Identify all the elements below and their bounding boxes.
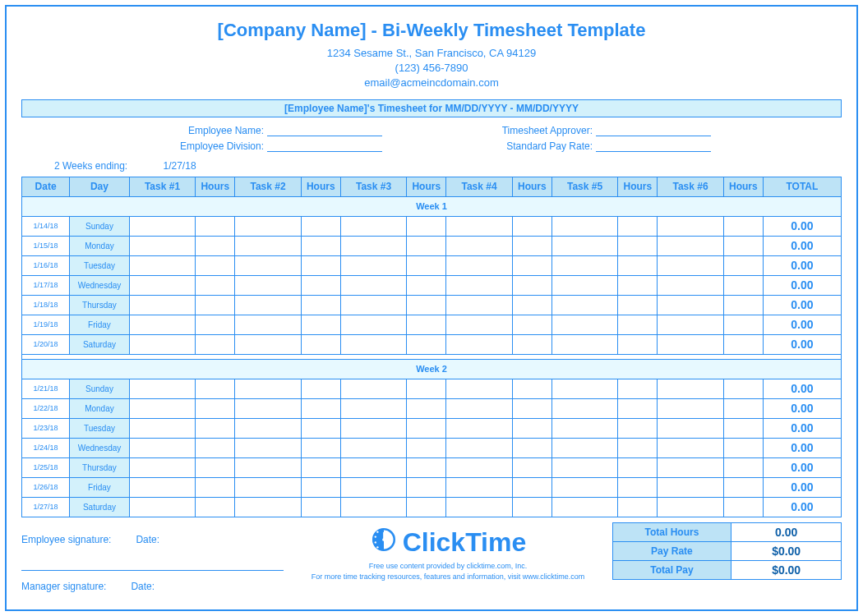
entry-cell[interactable] [551, 418, 617, 438]
entry-cell[interactable] [340, 497, 406, 517]
employee-signature-line[interactable] [21, 570, 284, 571]
entry-cell[interactable] [512, 418, 551, 438]
entry-cell[interactable] [512, 497, 551, 517]
entry-cell[interactable] [407, 334, 446, 354]
entry-cell[interactable] [235, 315, 301, 334]
entry-cell[interactable] [658, 497, 723, 517]
entry-cell[interactable] [196, 295, 235, 315]
entry-cell[interactable] [618, 255, 658, 275]
entry-cell[interactable] [235, 255, 301, 275]
entry-cell[interactable] [446, 457, 512, 477]
entry-cell[interactable] [658, 255, 723, 275]
entry-cell[interactable] [723, 398, 763, 418]
entry-cell[interactable] [512, 236, 551, 255]
entry-cell[interactable] [446, 477, 512, 497]
entry-cell[interactable] [196, 216, 235, 236]
entry-cell[interactable] [235, 334, 301, 354]
entry-cell[interactable] [723, 216, 763, 236]
entry-cell[interactable] [301, 457, 340, 477]
entry-cell[interactable] [301, 275, 340, 295]
entry-cell[interactable] [512, 398, 551, 418]
entry-cell[interactable] [512, 477, 551, 497]
entry-cell[interactable] [551, 216, 617, 236]
entry-cell[interactable] [196, 438, 235, 457]
entry-cell[interactable] [723, 315, 763, 334]
entry-cell[interactable] [340, 398, 406, 418]
entry-cell[interactable] [196, 457, 235, 477]
entry-cell[interactable] [551, 236, 617, 255]
entry-cell[interactable] [129, 418, 195, 438]
entry-cell[interactable] [340, 379, 406, 398]
entry-cell[interactable] [446, 379, 512, 398]
entry-cell[interactable] [196, 315, 235, 334]
entry-cell[interactable] [235, 497, 301, 517]
entry-cell[interactable] [446, 236, 512, 255]
entry-cell[interactable] [196, 418, 235, 438]
entry-cell[interactable] [235, 438, 301, 457]
entry-cell[interactable] [129, 477, 195, 497]
entry-cell[interactable] [235, 477, 301, 497]
entry-cell[interactable] [551, 457, 617, 477]
entry-cell[interactable] [551, 379, 617, 398]
entry-cell[interactable] [196, 255, 235, 275]
entry-cell[interactable] [618, 379, 658, 398]
entry-cell[interactable] [340, 334, 406, 354]
entry-cell[interactable] [129, 334, 195, 354]
entry-cell[interactable] [551, 477, 617, 497]
entry-cell[interactable] [512, 216, 551, 236]
employee-division-input[interactable] [267, 140, 382, 152]
entry-cell[interactable] [512, 457, 551, 477]
entry-cell[interactable] [196, 398, 235, 418]
entry-cell[interactable] [129, 379, 195, 398]
entry-cell[interactable] [618, 236, 658, 255]
entry-cell[interactable] [301, 255, 340, 275]
entry-cell[interactable] [723, 295, 763, 315]
entry-cell[interactable] [658, 457, 723, 477]
entry-cell[interactable] [512, 315, 551, 334]
entry-cell[interactable] [196, 334, 235, 354]
entry-cell[interactable] [723, 457, 763, 477]
entry-cell[interactable] [618, 334, 658, 354]
entry-cell[interactable] [512, 438, 551, 457]
entry-cell[interactable] [551, 438, 617, 457]
entry-cell[interactable] [658, 379, 723, 398]
entry-cell[interactable] [129, 315, 195, 334]
entry-cell[interactable] [235, 418, 301, 438]
entry-cell[interactable] [129, 255, 195, 275]
entry-cell[interactable] [301, 398, 340, 418]
entry-cell[interactable] [723, 255, 763, 275]
entry-cell[interactable] [723, 477, 763, 497]
entry-cell[interactable] [407, 315, 446, 334]
entry-cell[interactable] [301, 379, 340, 398]
entry-cell[interactable] [301, 438, 340, 457]
entry-cell[interactable] [235, 275, 301, 295]
entry-cell[interactable] [235, 295, 301, 315]
entry-cell[interactable] [340, 236, 406, 255]
entry-cell[interactable] [723, 379, 763, 398]
entry-cell[interactable] [407, 275, 446, 295]
entry-cell[interactable] [407, 379, 446, 398]
entry-cell[interactable] [301, 418, 340, 438]
entry-cell[interactable] [235, 457, 301, 477]
entry-cell[interactable] [235, 236, 301, 255]
entry-cell[interactable] [446, 497, 512, 517]
entry-cell[interactable] [340, 438, 406, 457]
entry-cell[interactable] [551, 255, 617, 275]
entry-cell[interactable] [618, 275, 658, 295]
entry-cell[interactable] [658, 334, 723, 354]
entry-cell[interactable] [723, 236, 763, 255]
entry-cell[interactable] [618, 497, 658, 517]
entry-cell[interactable] [446, 275, 512, 295]
employee-name-input[interactable] [267, 124, 382, 136]
entry-cell[interactable] [723, 497, 763, 517]
entry-cell[interactable] [618, 295, 658, 315]
entry-cell[interactable] [196, 497, 235, 517]
entry-cell[interactable] [407, 418, 446, 438]
entry-cell[interactable] [340, 457, 406, 477]
entry-cell[interactable] [301, 315, 340, 334]
entry-cell[interactable] [618, 457, 658, 477]
entry-cell[interactable] [301, 477, 340, 497]
entry-cell[interactable] [551, 497, 617, 517]
entry-cell[interactable] [340, 315, 406, 334]
entry-cell[interactable] [129, 497, 195, 517]
